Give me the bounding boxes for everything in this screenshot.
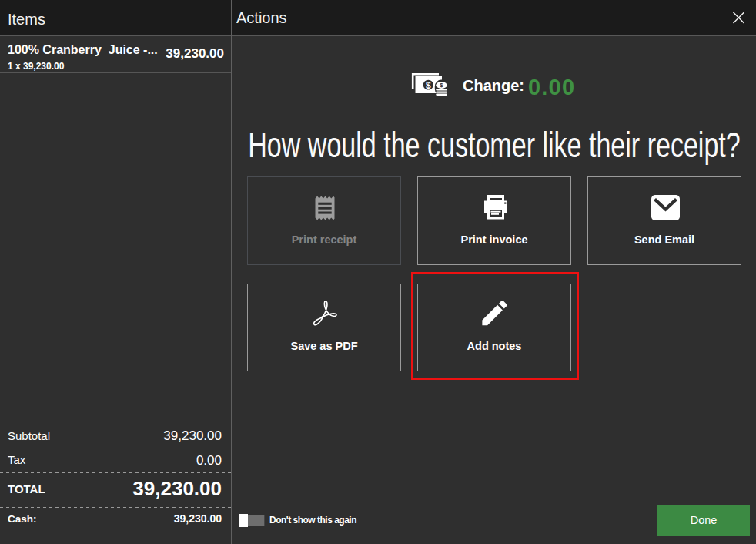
svg-text:$: $ xyxy=(440,82,443,89)
svg-text:$: $ xyxy=(426,80,431,91)
